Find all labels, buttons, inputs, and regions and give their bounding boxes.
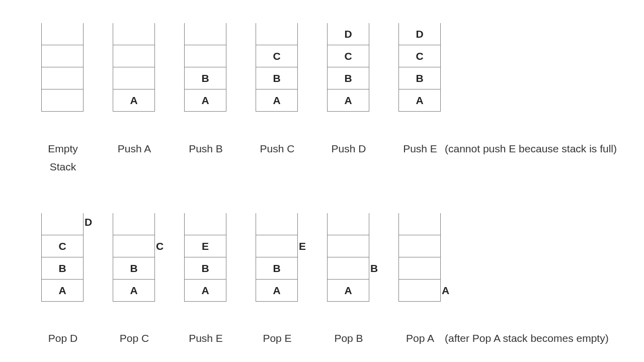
stack-cell xyxy=(184,45,226,67)
label-row-top: Empty Stack Push A Push B Push C Push D … xyxy=(41,140,442,175)
stack-cell xyxy=(398,235,441,257)
stack-cell: A xyxy=(327,89,369,112)
stack-cell xyxy=(41,23,84,45)
popped-value: A xyxy=(442,285,449,297)
stack-cell: C xyxy=(327,45,369,67)
stack-2: B A xyxy=(184,23,227,112)
stack-cell xyxy=(184,213,226,235)
popped-value: E xyxy=(299,240,306,252)
stack-cell: B xyxy=(256,67,298,89)
stack-cell xyxy=(256,23,298,45)
stack-cell xyxy=(327,235,369,257)
stack-5: D C B A xyxy=(398,23,442,112)
stack-cell xyxy=(113,67,155,89)
stack-label-extra: (cannot push E because stack is full) xyxy=(445,140,617,158)
stack-cell xyxy=(41,89,84,112)
stack-row-bottom: C B A D B A C E B A B A E xyxy=(41,213,442,302)
stack-label: Push C xyxy=(256,140,299,158)
stack-cell xyxy=(113,45,155,67)
stack-label: Empty Stack xyxy=(41,140,85,175)
stack-row-top: A B A C B A D C B A D C B A xyxy=(41,23,442,112)
stack-label-text: Push E xyxy=(403,143,437,154)
stack-label: Pop D xyxy=(41,329,85,347)
stack-cell: B xyxy=(113,257,155,280)
stack-label-text: Pop A xyxy=(406,332,434,344)
stack-cell xyxy=(327,213,369,235)
stack-b2: E B A xyxy=(184,213,227,302)
stack-label: Pop E xyxy=(256,329,299,347)
stack-label: Pop A (after Pop A stack becomes empty) xyxy=(398,329,442,347)
stack-cell: A xyxy=(41,280,84,302)
stack-b3: B A E xyxy=(256,213,299,302)
stack-cell xyxy=(398,213,441,235)
stack-b1: B A C xyxy=(113,213,156,302)
stack-cell: C xyxy=(41,235,84,257)
stack-cell xyxy=(398,257,441,280)
stack-cell: B xyxy=(41,257,84,280)
stack-cell: E xyxy=(184,235,226,257)
stack-cell: D xyxy=(327,23,369,45)
stack-label-extra: (after Pop A stack becomes empty) xyxy=(445,329,609,347)
stack-cell: C xyxy=(256,45,298,67)
stack-0 xyxy=(41,23,85,112)
popped-value: D xyxy=(85,216,92,228)
stack-cell xyxy=(327,257,369,280)
stack-cell xyxy=(184,23,226,45)
stack-cell xyxy=(113,235,155,257)
stack-cell: A xyxy=(256,280,298,302)
stack-b0: C B A D xyxy=(41,213,85,302)
stack-label: Push D xyxy=(327,140,370,158)
stack-b4: A B xyxy=(327,213,370,302)
stack-cell: A xyxy=(113,89,155,112)
stack-label: Push A xyxy=(113,140,156,158)
stack-cell: B xyxy=(256,257,298,280)
stack-label: Push E xyxy=(184,329,227,347)
stack-3: C B A xyxy=(256,23,299,112)
stack-cell: A xyxy=(184,280,226,302)
stack-cell: C xyxy=(398,45,441,67)
stack-cell: A xyxy=(327,280,369,302)
stack-1: A xyxy=(113,23,156,112)
stack-cell: B xyxy=(184,257,226,280)
stack-cell: D xyxy=(398,23,441,45)
stack-cell xyxy=(256,213,298,235)
stack-label: Push B xyxy=(184,140,227,158)
stack-cell: A xyxy=(256,89,298,112)
stack-cell xyxy=(113,23,155,45)
stack-4: D C B A xyxy=(327,23,370,112)
stack-label: Push E (cannot push E because stack is f… xyxy=(398,140,442,158)
stack-cell: A xyxy=(184,89,226,112)
stack-label: Pop B xyxy=(327,329,370,347)
stack-cell xyxy=(256,235,298,257)
stack-label: Pop C xyxy=(113,329,156,347)
stack-cell: A xyxy=(398,89,441,112)
stack-cell xyxy=(41,45,84,67)
stack-cell: B xyxy=(184,67,226,89)
stack-cell: B xyxy=(398,67,441,89)
stack-cell xyxy=(398,280,441,302)
stack-cell: A xyxy=(113,280,155,302)
stack-b5: A xyxy=(398,213,442,302)
label-row-bottom: Pop D Pop C Push E Pop E Pop B Pop A (af… xyxy=(41,329,442,347)
stack-cell xyxy=(113,213,155,235)
stack-cell: B xyxy=(327,67,369,89)
stack-cell xyxy=(41,213,84,235)
stack-cell xyxy=(41,67,84,89)
popped-value: C xyxy=(156,240,164,252)
popped-value: B xyxy=(370,262,378,275)
